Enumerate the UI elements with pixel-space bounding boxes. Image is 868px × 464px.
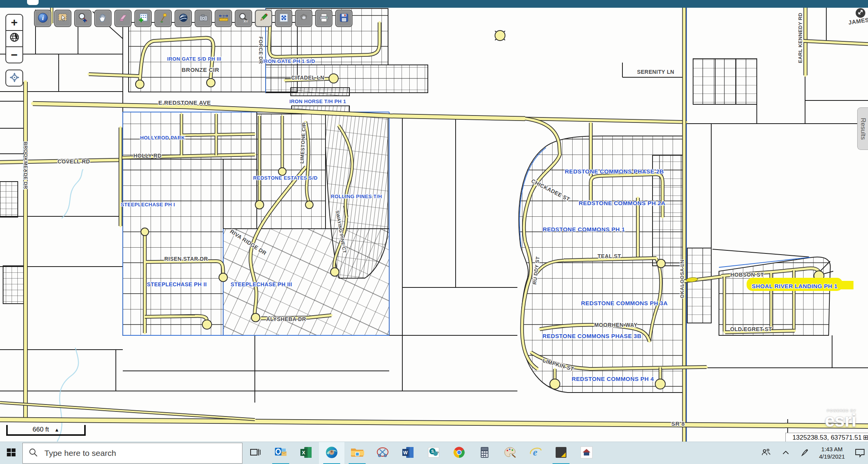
zoom-in-tool-button[interactable] <box>74 10 92 27</box>
zoom-in-button[interactable]: + <box>6 15 22 30</box>
svg-text:X: X <box>302 450 305 456</box>
taskbar-app-internet-explorer[interactable]: e <box>523 442 548 464</box>
pan-tool-button[interactable] <box>94 10 112 27</box>
close-panel-button[interactable] <box>856 8 865 18</box>
word-icon: W <box>402 446 415 461</box>
zoom-to-xy-button[interactable]: XY <box>235 10 252 27</box>
pan-mode-button[interactable] <box>5 70 23 87</box>
chrome-icon <box>453 446 466 461</box>
pen-icon[interactable] <box>800 448 810 458</box>
measure-icon: ? <box>218 12 229 25</box>
collapse-arrow-icon <box>858 9 863 17</box>
buffer-tool-button[interactable] <box>295 10 312 27</box>
taskbar-app-paint[interactable] <box>497 442 523 464</box>
addfeat-icon <box>138 12 149 25</box>
map-label-iron-gate-ph-1-s-d: IRON GATE PH 1 S/D <box>263 58 315 64</box>
search-result-highlight-tail <box>840 281 853 289</box>
map-label-e-redstone-ave: E REDSTONE AVE <box>158 99 211 106</box>
search-input[interactable] <box>44 448 237 458</box>
taskbar-app-word[interactable]: W <box>395 442 421 464</box>
map-label-sr-8: SR 8 <box>671 420 685 427</box>
svg-text:S: S <box>431 449 434 454</box>
clock-time: 1:43 AM <box>819 445 845 453</box>
save-icon <box>339 12 349 25</box>
globe-icon <box>178 12 189 25</box>
map-canvas[interactable]: IRON GATE S/D PH IIIIRON GATE PH 1 S/DIR… <box>0 0 868 464</box>
map-label-redstone-commons-ph-4: REDSTONE COMMONS PH 4 <box>571 376 654 382</box>
people-icon[interactable] <box>760 447 772 459</box>
map-label-okaloosa-ln: OKALOOSA LN <box>679 260 685 298</box>
snapshot-tool-button[interactable] <box>195 10 212 27</box>
eraser-tool-button[interactable] <box>114 10 132 27</box>
select-features-button[interactable] <box>54 10 71 27</box>
map-toolbar: i?XY <box>34 10 353 27</box>
taskbar-clock[interactable]: 1:43 AM 4/19/2021 <box>819 445 845 460</box>
home-app-icon <box>580 446 593 461</box>
map-label-redstone-estates-s-d: REDSTONE ESTATES S/D <box>253 175 318 181</box>
results-tab[interactable]: Results <box>857 107 868 150</box>
identify-button[interactable]: i <box>34 10 51 27</box>
scale-bar-marker: ▲ <box>54 427 59 433</box>
map-label-hollyrod-park: HOLLYROD PARK <box>140 135 185 141</box>
map-label-holly-rd: HOLLY RD <box>133 153 161 159</box>
expand-coordinates-icon[interactable]: ⊞ <box>863 434 868 441</box>
map-label-teal-st: TEAL ST <box>598 253 621 259</box>
map-label-iron-gate-s-d-ph-iii: IRON GATE S/D PH III <box>167 56 222 62</box>
task-view-icon <box>249 447 261 460</box>
map-label-shoal-river-landing-ph-1: SHOAL RIVER LANDING PH 1 <box>752 283 837 289</box>
scale-bar: 660 ft ▲ <box>6 425 86 436</box>
taskbar-app-home-app[interactable] <box>574 442 599 464</box>
file-explorer-icon <box>350 445 364 461</box>
paint-icon <box>504 446 517 461</box>
internet-explorer-icon: e <box>529 446 542 461</box>
taskbar-app-outlook[interactable] <box>268 442 293 464</box>
taskbar-app-chrome[interactable] <box>446 442 472 464</box>
taskbar-app-excel[interactable]: X <box>293 442 319 464</box>
taskbar-app-calculator[interactable] <box>472 442 497 464</box>
extents-icon <box>278 12 289 25</box>
globe-view-button[interactable] <box>175 10 192 27</box>
placemark-tool-button[interactable] <box>154 10 172 27</box>
excel-icon: X <box>300 446 313 461</box>
start-button[interactable] <box>0 442 22 464</box>
draw-tool-button[interactable] <box>255 10 272 27</box>
taskbar-app-edge[interactable] <box>319 442 344 464</box>
action-center-icon[interactable] <box>854 447 866 459</box>
snipping-tool-icon <box>376 446 389 461</box>
erase-icon <box>118 12 129 25</box>
taskbar-app-snipping-tool[interactable] <box>370 442 395 464</box>
taskbar-apps: XWSe <box>268 442 599 464</box>
calculator-icon <box>478 446 491 461</box>
svg-text:?: ? <box>222 14 225 18</box>
svg-text:i: i <box>42 14 44 22</box>
task-view-button[interactable] <box>242 442 268 464</box>
map-label-redstone-commons-ph-3a: REDSTONE COMMONS PH 3A <box>581 300 668 306</box>
taskbar-search <box>22 443 242 464</box>
gis-app-icon <box>554 446 568 461</box>
taskbar-app-sharepoint[interactable]: S <box>421 442 446 464</box>
measure-tool-button[interactable]: ? <box>215 10 232 27</box>
zoom-out-glyph: − <box>11 48 18 61</box>
map-label-old-egret-st: OLD EGRET ST <box>730 326 772 332</box>
full-extent-button[interactable] <box>275 10 292 27</box>
placemark-icon <box>158 12 169 25</box>
map-label-redstone-commons-ph-2a: REDSTONE COMMONS PH 2A <box>579 200 665 206</box>
map-label-force-dr: FORCE DR <box>258 36 264 64</box>
map-label-moorhen-way: MOORHEN WAY <box>594 322 637 328</box>
zoomin-icon <box>78 12 88 25</box>
edge-icon <box>325 445 339 461</box>
chevron-up-icon[interactable] <box>781 448 790 457</box>
scale-bar-text: 660 ft <box>32 426 49 433</box>
taskbar-app-file-explorer[interactable] <box>344 442 370 464</box>
zoom-panel: + − <box>5 14 23 63</box>
add-features-button[interactable] <box>134 10 152 27</box>
print-icon <box>319 12 329 25</box>
print-tool-button[interactable] <box>315 10 332 27</box>
zoom-out-button[interactable]: − <box>6 46 22 63</box>
taskbar-app-gis-app[interactable] <box>548 442 574 464</box>
save-tool-button[interactable] <box>335 10 353 27</box>
map-label-steeplechase-ph-iii: STEEPLECHASE PH III <box>231 281 292 287</box>
draw-icon <box>258 12 269 25</box>
top-bar-notch <box>27 0 39 5</box>
world-extent-button[interactable] <box>6 30 22 46</box>
